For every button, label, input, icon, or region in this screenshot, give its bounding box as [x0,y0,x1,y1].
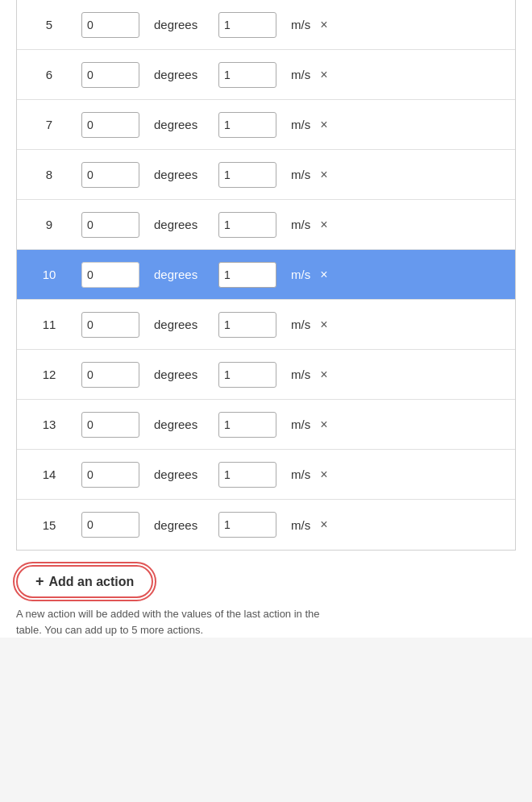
table-row: 6 degrees m/s × [17,50,515,100]
angle-unit: degrees [154,18,218,31]
angle-unit: degrees [154,68,218,81]
angle-input-wrapper [81,362,154,388]
angle-input[interactable] [81,262,139,288]
angle-unit: degrees [154,368,218,381]
speed-unit: m/s [291,118,310,131]
table-row: 7 degrees m/s × [17,100,515,150]
table-row: 14 degrees m/s × [17,450,515,500]
speed-unit: m/s [291,168,310,181]
angle-unit: degrees [154,518,218,532]
speed-input-wrapper [218,362,291,388]
angle-input[interactable] [81,412,139,438]
speed-input[interactable] [218,162,276,188]
table-row: 9 degrees m/s × [17,200,515,250]
angle-input-wrapper [81,312,154,338]
speed-unit: m/s [291,218,310,231]
angle-input[interactable] [81,112,139,138]
speed-unit: m/s [291,318,310,331]
add-action-label: Add an action [49,575,135,589]
speed-input-wrapper [218,462,291,488]
table-row: 11 degrees m/s × [17,300,515,350]
angle-unit: degrees [154,168,218,181]
row-number: 11 [17,318,81,331]
row-number: 13 [17,418,81,431]
angle-input-wrapper [81,412,154,438]
row-number: 15 [17,518,81,532]
speed-unit: m/s [291,268,310,281]
speed-unit: m/s [291,418,310,431]
angle-unit: degrees [154,318,218,331]
angle-input-wrapper [81,162,154,188]
table-row: 13 degrees m/s × [17,400,515,450]
speed-input-wrapper [218,262,291,288]
speed-input[interactable] [218,12,276,38]
row-number: 10 [17,268,81,281]
angle-unit: degrees [154,418,218,431]
delete-button[interactable]: × [314,467,334,482]
table-row: 5 degrees m/s × [17,0,515,50]
add-action-area: + Add an action A new action will be add… [16,565,516,638]
delete-button[interactable]: × [314,268,334,282]
angle-input-wrapper [81,212,154,238]
table-row: 12 degrees m/s × [17,350,515,400]
speed-input-wrapper [218,112,291,138]
row-number: 7 [17,118,81,131]
add-action-hint: A new action will be added with the valu… [16,606,322,638]
delete-button[interactable]: × [314,368,334,382]
angle-input-wrapper [81,262,154,288]
add-action-button[interactable]: + Add an action [16,565,153,598]
angle-unit: degrees [154,118,218,131]
angle-input-wrapper [81,12,154,38]
angle-input[interactable] [81,462,139,488]
speed-unit: m/s [291,467,310,481]
row-number: 9 [17,218,81,231]
delete-button[interactable]: × [314,18,334,32]
angle-unit: degrees [154,218,218,231]
angle-input[interactable] [81,162,139,188]
angle-input[interactable] [81,62,139,88]
angle-input[interactable] [81,512,139,538]
angle-input-wrapper [81,62,154,88]
speed-unit: m/s [291,68,310,81]
speed-input[interactable] [218,212,276,238]
speed-unit: m/s [291,368,310,381]
angle-input[interactable] [81,212,139,238]
delete-button[interactable]: × [314,517,334,532]
delete-button[interactable]: × [314,118,334,132]
table-row: 10 degrees m/s × [17,250,515,300]
speed-unit: m/s [291,18,310,31]
speed-input-wrapper [218,212,291,238]
angle-input-wrapper [81,462,154,488]
speed-input[interactable] [218,512,276,538]
speed-input[interactable] [218,112,276,138]
angle-input[interactable] [81,12,139,38]
delete-button[interactable]: × [314,418,334,432]
speed-input-wrapper [218,412,291,438]
speed-input[interactable] [218,412,276,438]
row-number: 5 [17,18,81,31]
table-row: 8 degrees m/s × [17,150,515,200]
table-row: 15 degrees m/s × [17,500,515,550]
delete-button[interactable]: × [314,68,334,82]
speed-input[interactable] [218,462,276,488]
speed-input-wrapper [218,62,291,88]
speed-input[interactable] [218,262,276,288]
speed-input-wrapper [218,12,291,38]
plus-icon: + [35,573,44,590]
row-number: 12 [17,368,81,381]
speed-input[interactable] [218,312,276,338]
angle-input[interactable] [81,312,139,338]
speed-input-wrapper [218,512,291,538]
angle-input[interactable] [81,362,139,388]
speed-input-wrapper [218,162,291,188]
speed-input[interactable] [218,62,276,88]
row-number: 8 [17,168,81,181]
speed-unit: m/s [291,518,310,532]
row-number: 14 [17,467,81,481]
angle-unit: degrees [154,268,218,281]
speed-input[interactable] [218,362,276,388]
delete-button[interactable]: × [314,218,334,232]
delete-button[interactable]: × [314,168,334,182]
angle-input-wrapper [81,512,154,538]
delete-button[interactable]: × [314,318,334,332]
